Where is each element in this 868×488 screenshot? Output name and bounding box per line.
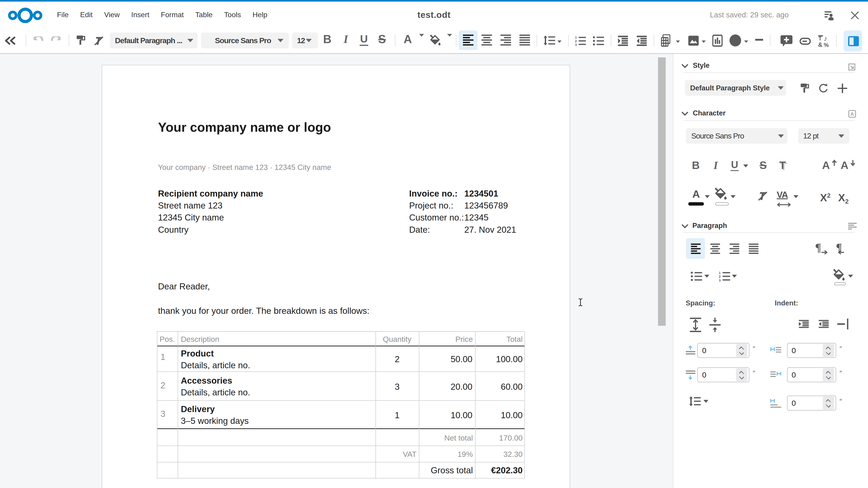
svg-text:3: 3 bbox=[719, 279, 721, 282]
svg-text:2: 2 bbox=[719, 275, 721, 278]
svg-text:1: 1 bbox=[719, 271, 721, 275]
svg-text:A: A bbox=[850, 111, 854, 117]
